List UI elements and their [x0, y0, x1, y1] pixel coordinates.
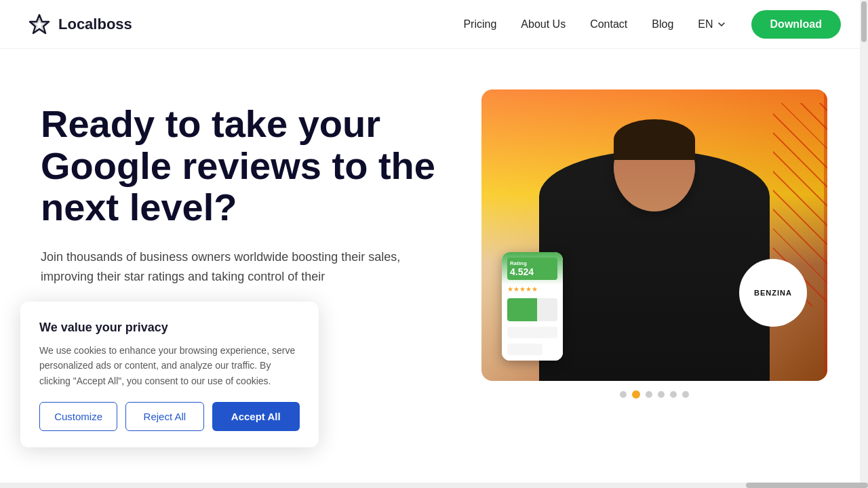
- carousel-dot-6[interactable]: [682, 391, 689, 398]
- benzina-text: BENZINA: [754, 289, 792, 297]
- nav-links: Pricing About Us Contact Blog EN Downloa…: [463, 10, 841, 39]
- logo-icon: [27, 12, 52, 37]
- carousel-dot-4[interactable]: [658, 391, 665, 398]
- phone-rating-value: 4.524: [510, 266, 555, 277]
- nav-item-contact[interactable]: Contact: [590, 18, 627, 30]
- phone-bar-1: [507, 327, 557, 338]
- hero-left: Ready to take your Google reviews to the…: [41, 89, 454, 286]
- language-selector[interactable]: EN: [698, 18, 726, 30]
- carousel-dots: [481, 390, 827, 399]
- nav-item-pricing[interactable]: Pricing: [463, 18, 496, 30]
- carousel-dot-5[interactable]: [670, 391, 677, 398]
- cookie-description: We use cookies to enhance your browsing …: [39, 343, 300, 388]
- nav-item-blog[interactable]: Blog: [652, 18, 673, 30]
- hero-image: Rating 4.524 ★★★★★ BENZINA: [481, 89, 827, 381]
- nav-item-about-us[interactable]: About Us: [521, 18, 566, 30]
- cookie-title: We value your privacy: [39, 321, 300, 335]
- hero-title: Ready to take your Google reviews to the…: [41, 103, 454, 228]
- phone-bar-2: [507, 344, 542, 355]
- phone-gauge: [507, 298, 557, 321]
- logo-text: Localboss: [58, 16, 132, 33]
- phone-card: Rating 4.524 ★★★★★: [502, 252, 563, 361]
- scrollbar-vertical[interactable]: [860, 0, 868, 399]
- hero-subtitle: Join thousands of business owners worldw…: [41, 247, 454, 287]
- cookie-banner: We value your privacy We use cookies to …: [20, 302, 319, 399]
- chevron-down-icon: [716, 19, 727, 30]
- navbar: Localboss Pricing About Us Contact Blog …: [0, 0, 868, 49]
- phone-stars: ★★★★★: [507, 285, 557, 293]
- right-edge-decoration: [824, 89, 827, 381]
- benzina-badge: BENZINA: [739, 259, 807, 327]
- phone-rating-label: Rating: [510, 260, 555, 266]
- carousel-dot-2[interactable]: [632, 390, 640, 399]
- download-button[interactable]: Download: [751, 10, 841, 39]
- carousel-dot-1[interactable]: [620, 391, 627, 398]
- carousel-dot-3[interactable]: [646, 391, 652, 398]
- person-hair: [614, 119, 695, 160]
- phone-screen: Rating 4.524 ★★★★★: [502, 252, 563, 361]
- hero-right: Rating 4.524 ★★★★★ BENZINA: [481, 89, 827, 399]
- logo[interactable]: Localboss: [27, 12, 132, 37]
- lang-label: EN: [698, 18, 713, 30]
